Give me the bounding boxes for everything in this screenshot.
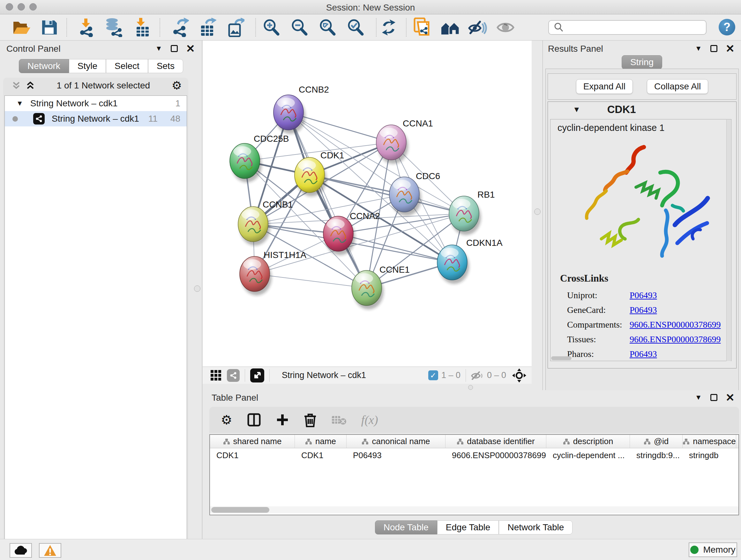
column-header--id[interactable]: @id <box>630 435 683 448</box>
export-network-icon[interactable] <box>170 17 190 37</box>
network-node-ccna1[interactable] <box>376 125 408 164</box>
right-splitter-handle[interactable] <box>534 208 541 215</box>
close-panel-icon[interactable]: ✕ <box>186 45 195 52</box>
detach-view-icon[interactable] <box>250 368 264 382</box>
cloud-status-button[interactable] <box>10 543 32 558</box>
table-body: CDK1CDK1P064939606.ENSP00000378699cyclin… <box>210 448 738 462</box>
panel-menu-icon[interactable]: ▼ <box>155 44 162 53</box>
expand-all-networks-icon[interactable] <box>25 81 35 90</box>
table-cell[interactable]: CDK1 <box>210 448 295 462</box>
table-cell[interactable]: stringdb <box>683 448 736 462</box>
zoom-fit-icon[interactable] <box>317 17 338 37</box>
network-node-cdc25b[interactable] <box>230 143 262 182</box>
gene-card-header[interactable]: ▼ CDK1 <box>548 102 736 117</box>
network-node-cdc6[interactable] <box>389 177 421 216</box>
warnings-button[interactable] <box>39 543 61 558</box>
network-node-ccnb2[interactable] <box>273 95 306 134</box>
panel-menu-icon[interactable]: ▼ <box>695 44 702 53</box>
column-header-description[interactable]: description <box>546 435 630 448</box>
network-canvas[interactable]: CCNB2CCNA1CDC25BCDK1CDC6RB1CCNB1CCNA2CDK… <box>203 41 532 367</box>
collapse-all-networks-icon[interactable] <box>11 81 21 90</box>
network-options-gear-icon[interactable]: ⚙ <box>172 79 182 92</box>
tab-select[interactable]: Select <box>106 59 148 73</box>
network-node-rb1[interactable] <box>449 196 481 235</box>
crosslink-link[interactable]: P06493 <box>630 349 657 359</box>
fit-selected-icon[interactable] <box>512 368 527 383</box>
table-cell[interactable]: 9606.ENSP00000378699 <box>446 448 546 462</box>
close-panel-icon[interactable]: ✕ <box>726 394 735 401</box>
memory-button[interactable]: Memory <box>689 543 737 557</box>
tab-string[interactable]: String <box>622 55 662 69</box>
crosslink-link[interactable]: 9606.ENSP00000378699 <box>630 334 721 345</box>
network-node-ccna2[interactable] <box>323 216 355 255</box>
close-panel-icon[interactable]: ✕ <box>726 45 735 52</box>
tab-sets[interactable]: Sets <box>148 59 183 73</box>
crosslink-link[interactable]: P06493 <box>630 290 657 300</box>
hide-selection-icon[interactable] <box>467 17 488 37</box>
selected-checkbox-icon[interactable]: ✓ <box>428 370 438 380</box>
network-node-cdkn1a[interactable] <box>437 245 469 284</box>
table-cell[interactable]: cyclin-dependent ... <box>546 448 630 462</box>
show-columns-icon[interactable] <box>247 413 261 427</box>
collapse-all-button[interactable]: Collapse All <box>647 79 708 94</box>
import-network-from-database-icon[interactable] <box>104 17 124 37</box>
import-table-icon[interactable] <box>132 17 152 37</box>
zoom-selected-icon[interactable] <box>345 17 366 37</box>
float-panel-icon[interactable] <box>171 45 178 52</box>
table-settings-gear-icon[interactable]: ⚙ <box>221 413 232 427</box>
network-view-icon[interactable] <box>227 369 240 382</box>
float-panel-icon[interactable] <box>711 45 718 52</box>
save-session-icon[interactable] <box>39 17 59 37</box>
table-row[interactable]: CDK1CDK1P064939606.ENSP00000378699cyclin… <box>210 448 738 462</box>
network-node-hist1h1a[interactable] <box>240 256 272 295</box>
collection-expander-icon[interactable]: ▼ <box>16 99 23 108</box>
tab-edge-table[interactable]: Edge Table <box>437 520 499 535</box>
search-input[interactable] <box>567 21 706 34</box>
network-row[interactable]: String Network – cdk1 11 48 <box>5 111 187 126</box>
import-network-icon[interactable] <box>76 17 96 37</box>
first-neighbors-icon[interactable] <box>440 17 460 37</box>
left-splitter-handle[interactable] <box>194 286 200 292</box>
network-graph[interactable]: CCNB2CCNA1CDC25BCDK1CDC6RB1CCNB1CCNA2CDK… <box>203 41 532 367</box>
zoom-out-icon[interactable] <box>289 17 310 37</box>
crosslink-link[interactable]: P06493 <box>630 305 657 315</box>
show-all-icon[interactable] <box>495 17 516 37</box>
table-cell[interactable]: CDK1 <box>295 448 347 462</box>
tab-node-table[interactable]: Node Table <box>375 520 437 535</box>
add-column-icon[interactable] <box>276 413 289 427</box>
export-image-icon[interactable] <box>225 17 246 37</box>
grid-view-icon[interactable] <box>210 370 222 381</box>
crosslink-link[interactable]: 9606.ENSP00000378699 <box>630 320 721 330</box>
network-node-ccne1[interactable] <box>352 270 384 309</box>
network-edge[interactable] <box>310 175 464 213</box>
zoom-in-icon[interactable] <box>261 17 281 37</box>
bottom-splitter-handle[interactable] <box>468 385 473 390</box>
table-horizontal-scrollbar[interactable] <box>210 506 738 513</box>
column-header-namespace[interactable]: namespace <box>683 435 736 448</box>
panel-menu-icon[interactable]: ▼ <box>695 393 702 401</box>
network-edge[interactable] <box>288 112 367 288</box>
column-header-canonical-name[interactable]: canonical name <box>347 435 446 448</box>
open-session-icon[interactable] <box>11 17 32 37</box>
help-button[interactable]: ? <box>719 19 735 36</box>
gene-card-expander-icon[interactable]: ▼ <box>573 105 581 114</box>
column-header-name[interactable]: name <box>295 435 347 448</box>
expand-all-button[interactable]: Expand All <box>576 79 633 94</box>
results-horizontal-scrollbar[interactable] <box>551 356 571 360</box>
column-header-shared-name[interactable]: shared name <box>210 435 295 448</box>
float-panel-icon[interactable] <box>711 394 718 401</box>
export-table-icon[interactable] <box>197 17 218 37</box>
table-cell[interactable]: stringdb:9... <box>630 448 683 462</box>
tab-style[interactable]: Style <box>69 59 106 73</box>
network-collection-row[interactable]: ▼ String Network – cdk1 1 <box>5 96 187 111</box>
new-network-from-selection-icon[interactable] <box>412 17 432 37</box>
window-title: Session: New Session <box>0 3 741 13</box>
column-header-database-identifier[interactable]: database identifier <box>446 435 546 448</box>
table-cell[interactable]: P06493 <box>347 448 446 462</box>
results-vertical-scrollbar[interactable] <box>726 120 731 361</box>
tab-network[interactable]: Network <box>19 59 69 73</box>
tab-network-table[interactable]: Network Table <box>499 520 572 535</box>
network-node-cdk1[interactable] <box>294 158 327 196</box>
delete-column-icon[interactable] <box>304 413 317 427</box>
apply-layout-icon[interactable] <box>379 17 399 37</box>
